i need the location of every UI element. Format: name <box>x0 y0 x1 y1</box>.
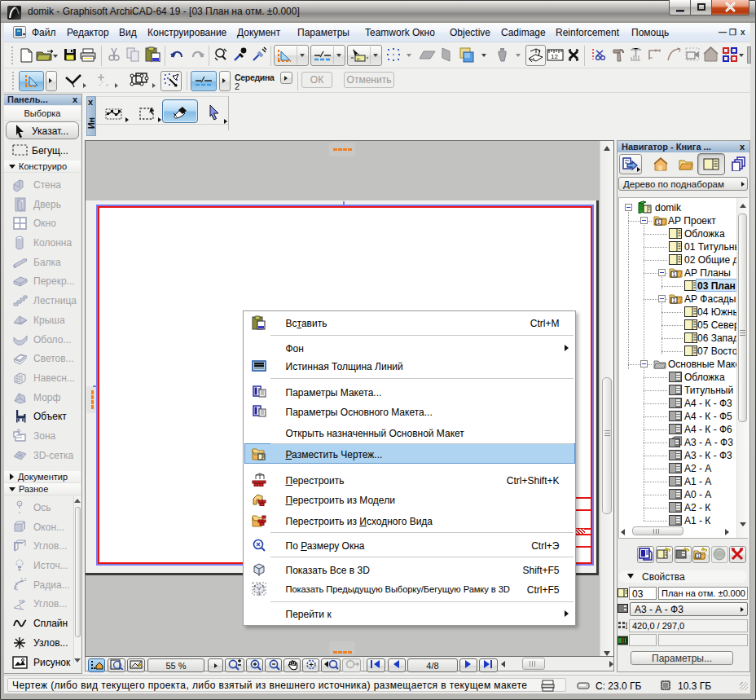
svg-text:1.2: 1.2 <box>20 578 27 582</box>
svg-text:1: 1 <box>673 271 676 277</box>
svg-text:1: 1 <box>657 219 661 225</box>
svg-text:α: α <box>22 598 24 603</box>
svg-text:1: 1 <box>673 297 676 303</box>
svg-text:x:: x: <box>357 56 361 61</box>
svg-text:k: k <box>15 581 18 586</box>
svg-text:12: 12 <box>551 53 558 60</box>
